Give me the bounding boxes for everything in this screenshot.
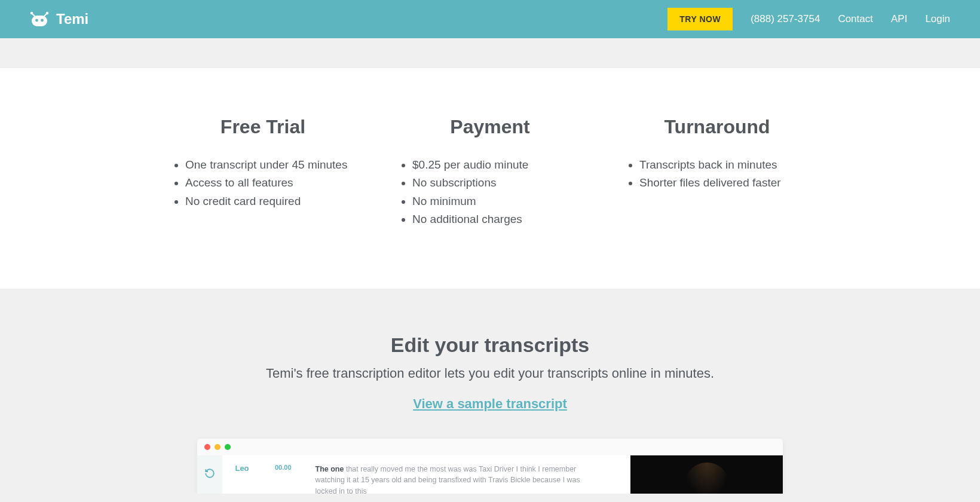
speaker-label: Leo xyxy=(233,464,251,473)
edit-section: Edit your transcripts Temi's free transc… xyxy=(0,289,980,494)
brand-name: Temi xyxy=(56,11,88,27)
list-item: Access to all features xyxy=(185,174,353,192)
logo-group[interactable]: Temi xyxy=(30,11,88,27)
nav-contact[interactable]: Contact xyxy=(838,13,873,25)
timestamp-label: 00.00 xyxy=(275,464,292,471)
view-sample-link[interactable]: View a sample transcript xyxy=(413,396,567,411)
feature-list: Transcripts back in minutes Shorter file… xyxy=(627,156,807,192)
edit-subtitle: Temi's free transcription editor lets yo… xyxy=(0,366,980,381)
phone-link[interactable]: (888) 257-3754 xyxy=(751,13,820,25)
list-item: One transcript under 45 minutes xyxy=(185,156,353,174)
window-maximize-icon xyxy=(225,444,231,450)
list-item: Transcripts back in minutes xyxy=(639,156,807,174)
window-close-icon xyxy=(204,444,210,450)
feature-free-trial: Free Trial One transcript under 45 minut… xyxy=(173,116,353,229)
features-container: Free Trial One transcript under 45 minut… xyxy=(161,116,819,229)
feature-payment: Payment $0.25 per audio minute No subscr… xyxy=(400,116,580,229)
spacer-band xyxy=(0,38,980,68)
list-item: No additional charges xyxy=(412,210,580,228)
feature-list: $0.25 per audio minute No subscriptions … xyxy=(400,156,580,229)
editor-main: Leo 00.00 The one that really moved me t… xyxy=(222,455,630,494)
window-controls xyxy=(197,439,783,455)
svg-line-6 xyxy=(44,14,47,17)
features-section: Free Trial One transcript under 45 minut… xyxy=(0,68,980,289)
editor-body: Leo 00.00 The one that really moved me t… xyxy=(197,455,783,494)
transcript-rest: that really moved me the most was was Ta… xyxy=(316,465,580,494)
svg-line-5 xyxy=(32,14,35,17)
video-thumbnail xyxy=(630,455,783,494)
svg-point-1 xyxy=(35,19,38,22)
feature-turnaround: Turnaround Transcripts back in minutes S… xyxy=(627,116,807,229)
temi-logo-icon xyxy=(30,11,49,27)
editor-sidebar xyxy=(197,455,222,494)
feature-title: Turnaround xyxy=(627,116,807,138)
site-header: Temi TRY NOW (888) 257-3754 Contact API … xyxy=(0,0,980,38)
list-item: No subscriptions xyxy=(412,174,580,192)
top-nav: TRY NOW (888) 257-3754 Contact API Login xyxy=(667,8,950,30)
transcript-lead: The one xyxy=(316,465,344,473)
list-item: $0.25 per audio minute xyxy=(412,156,580,174)
transcript-text: The one that really moved me the most wa… xyxy=(316,464,602,494)
svg-point-2 xyxy=(41,19,44,22)
list-item: No credit card required xyxy=(185,192,353,210)
editor-preview: Leo 00.00 The one that really moved me t… xyxy=(197,439,783,494)
person-silhouette xyxy=(686,463,728,494)
list-item: No minimum xyxy=(412,192,580,210)
svg-rect-0 xyxy=(32,16,47,26)
feature-title: Payment xyxy=(400,116,580,138)
edit-title: Edit your transcripts xyxy=(0,333,980,357)
nav-login[interactable]: Login xyxy=(925,13,950,25)
window-minimize-icon xyxy=(215,444,220,450)
try-now-button[interactable]: TRY NOW xyxy=(667,8,733,30)
feature-list: One transcript under 45 minutes Access t… xyxy=(173,156,353,210)
list-item: Shorter files delivered faster xyxy=(639,174,807,192)
undo-icon[interactable] xyxy=(204,468,215,481)
feature-title: Free Trial xyxy=(173,116,353,138)
nav-api[interactable]: API xyxy=(891,13,907,25)
